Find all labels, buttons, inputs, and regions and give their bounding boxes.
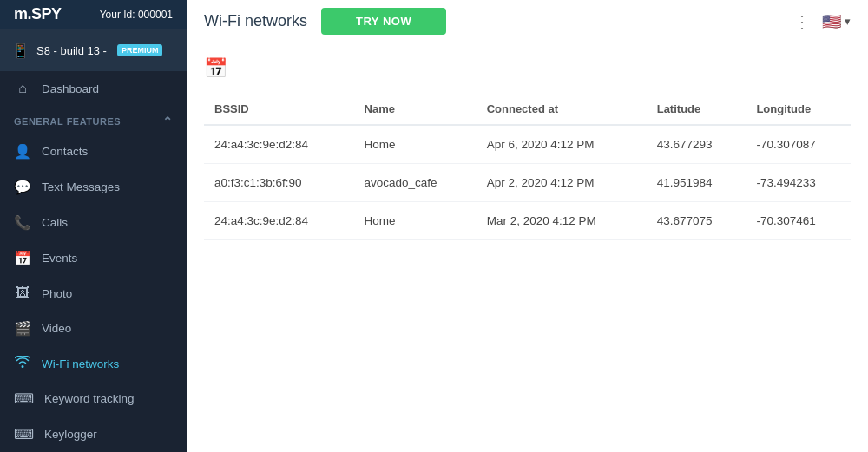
col-connected-at: Connected at (477, 94, 647, 125)
app-logo: m.SPY (14, 5, 62, 23)
sidebar-item-label: Wi-Fi networks (42, 357, 119, 370)
topbar-right: ⋮ 🇺🇸 ▾ (793, 11, 851, 32)
wifi-icon (14, 356, 31, 371)
calendar-icon[interactable]: 📅 (204, 57, 227, 79)
sidebar-item-photo[interactable]: 🖼 Photo (0, 276, 187, 311)
general-features-header: GENERAL FEATURES ⌃ (0, 106, 187, 134)
cell-name: avocado_cafe (354, 164, 477, 202)
cell-latitude: 43.677293 (647, 125, 746, 164)
sidebar-item-calls[interactable]: 📞 Calls (0, 205, 187, 240)
sidebar-item-label: Calls (42, 216, 68, 229)
calls-icon: 📞 (14, 214, 31, 231)
sidebar-item-keylogger[interactable]: ⌨ Keylogger (0, 416, 187, 452)
try-now-button[interactable]: TRY NOW (321, 8, 446, 35)
sidebar-item-label: Text Messages (42, 180, 120, 193)
contacts-icon: 👤 (14, 143, 31, 160)
chevron-up-icon: ⌃ (162, 115, 174, 128)
sidebar-item-keyword-tracking[interactable]: ⌨ Keyword tracking (0, 381, 187, 416)
cell-name: Home (354, 202, 477, 240)
sidebar: m.SPY Your Id: 000001 📱 S8 - build 13 - … (0, 0, 187, 452)
messages-icon: 💬 (14, 179, 31, 195)
sidebar-item-label: Events (42, 252, 77, 265)
main-content: Wi-Fi networks TRY NOW ⋮ 🇺🇸 ▾ 📅 BSSID Na… (187, 0, 868, 452)
flag-icon: 🇺🇸 (822, 12, 841, 31)
cell-bssid: 24:a4:3c:9e:d2:84 (204, 125, 354, 164)
col-bssid: BSSID (204, 94, 354, 125)
sidebar-item-label: Video (42, 322, 71, 335)
col-latitude: Latitude (647, 94, 746, 125)
cell-bssid: a0:f3:c1:3b:6f:90 (204, 164, 354, 202)
android-icon: 📱 (12, 43, 30, 59)
date-filter-wrapper: 📅 (204, 57, 851, 80)
premium-badge: PREMIUM (117, 44, 163, 56)
sidebar-item-label: Contacts (42, 145, 88, 158)
col-name: Name (354, 94, 477, 125)
cell-connected_at: Apr 6, 2020 4:12 PM (477, 125, 647, 164)
cell-name: Home (354, 125, 477, 164)
sidebar-item-events[interactable]: 📅 Events (0, 240, 187, 276)
col-longitude: Longitude (746, 94, 851, 125)
page-title: Wi-Fi networks (204, 12, 307, 30)
device-row[interactable]: 📱 S8 - build 13 - PREMIUM (0, 29, 187, 71)
sidebar-item-video[interactable]: 🎬 Video (0, 311, 187, 346)
cell-latitude: 43.677075 (647, 202, 746, 240)
cell-connected_at: Mar 2, 2020 4:12 PM (477, 202, 647, 240)
sidebar-item-dashboard[interactable]: ⌂ Dashboard (0, 71, 187, 106)
cell-bssid: 24:a4:3c:9e:d2:84 (204, 202, 354, 240)
sidebar-item-contacts[interactable]: 👤 Contacts (0, 134, 187, 169)
cell-latitude: 41.951984 (647, 164, 746, 202)
cell-longitude: -70.307461 (746, 202, 851, 240)
events-icon: 📅 (14, 250, 31, 266)
language-selector[interactable]: 🇺🇸 ▾ (822, 12, 851, 31)
keyword-icon: ⌨ (14, 390, 34, 407)
user-id-label: Your Id: 000001 (100, 9, 173, 21)
video-icon: 🎬 (14, 320, 31, 337)
cell-longitude: -70.307087 (746, 125, 851, 164)
sidebar-item-label: Keylogger (44, 428, 97, 441)
sidebar-item-label: Photo (42, 287, 72, 300)
table-row: 24:a4:3c:9e:d2:84HomeMar 2, 2020 4:12 PM… (204, 202, 851, 240)
sidebar-item-label: Keyword tracking (44, 392, 135, 405)
home-icon: ⌂ (14, 81, 31, 96)
keylogger-icon: ⌨ (14, 426, 34, 442)
sidebar-item-label: Dashboard (42, 82, 99, 95)
dropdown-arrow-icon: ▾ (845, 15, 851, 28)
device-name: S8 - build 13 - (36, 44, 107, 57)
topbar: Wi-Fi networks TRY NOW ⋮ 🇺🇸 ▾ (187, 0, 868, 43)
photo-icon: 🖼 (14, 285, 31, 301)
content-area: 📅 BSSID Name Connected at Latitude Longi… (187, 43, 868, 452)
cell-longitude: -73.494233 (746, 164, 851, 202)
sidebar-header: m.SPY Your Id: 000001 (0, 0, 187, 29)
table-row: a0:f3:c1:3b:6f:90avocado_cafeApr 2, 2020… (204, 164, 851, 202)
wifi-table: BSSID Name Connected at Latitude Longitu… (204, 94, 851, 240)
sidebar-item-text-messages[interactable]: 💬 Text Messages (0, 169, 187, 205)
table-row: 24:a4:3c:9e:d2:84HomeApr 6, 2020 4:12 PM… (204, 125, 851, 164)
general-features-label: GENERAL FEATURES (14, 116, 121, 127)
sidebar-item-wifi-networks[interactable]: Wi-Fi networks (0, 346, 187, 381)
more-options-icon[interactable]: ⋮ (793, 11, 812, 32)
table-header-row: BSSID Name Connected at Latitude Longitu… (204, 94, 851, 125)
cell-connected_at: Apr 2, 2020 4:12 PM (477, 164, 647, 202)
